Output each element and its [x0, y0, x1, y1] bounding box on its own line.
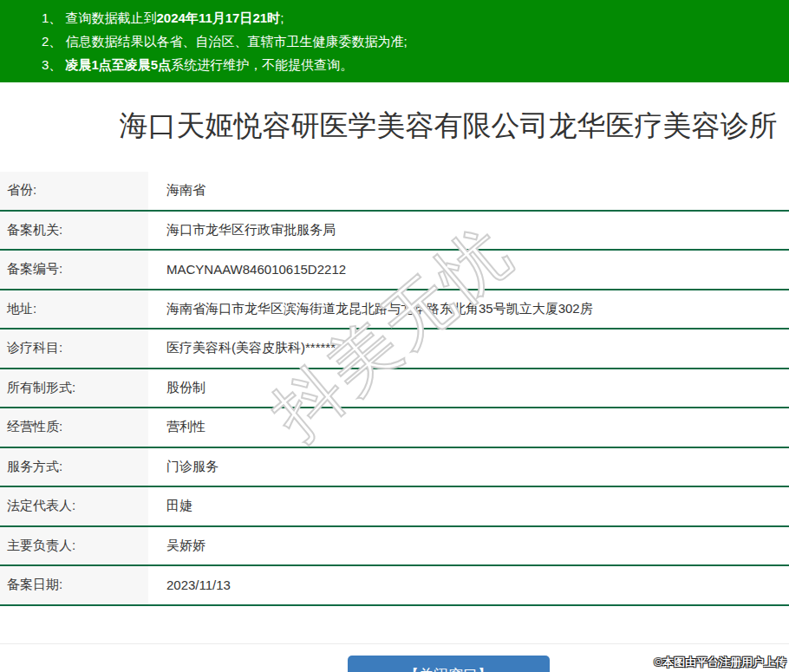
row-value: 海南省海口市龙华区滨海街道龙昆北路与龙华路东北角35号凯立大厦302房 — [148, 301, 789, 317]
notice-1-text: 查询数据截止到 — [66, 10, 157, 25]
row-label: 备案编号: — [0, 251, 148, 289]
footer-divider — [0, 643, 789, 644]
row-label: 所有制形式: — [0, 369, 148, 408]
page-title: 海口天姬悦容研医学美容有限公司龙华医疗美容诊所 — [0, 107, 789, 146]
row-label: 诊疗科目: — [0, 329, 148, 368]
notice-line-1: 1、 查询数据截止到2024年11月17日21时; — [42, 6, 789, 29]
table-row-legal-representative: 法定代表人: 田婕 — [0, 487, 789, 527]
query-result-window: 1、 查询数据截止到2024年11月17日21时; 2、 信息数据结果以各省、自… — [0, 0, 789, 672]
notice-1-post: ; — [280, 10, 284, 25]
row-value: 股份制 — [148, 380, 789, 396]
notice-2-num: 2、 — [42, 34, 62, 49]
row-value: 海南省 — [148, 182, 789, 199]
row-label: 法定代表人: — [0, 487, 148, 525]
table-row-treatment-subjects: 诊疗科目: 医疗美容科(美容皮肤科)****** — [0, 329, 789, 369]
row-value: 营利性 — [148, 419, 789, 435]
table-row-filing-authority: 备案机关: 海口市龙华区行政审批服务局 — [0, 212, 789, 251]
notice-line-3: 3、 凌晨1点至凌晨5点系统进行维护，不能提供查询。 — [42, 53, 789, 76]
notice-2-text: 信息数据结果以各省、自治区、直辖市卫生健康委数据为准; — [66, 34, 408, 49]
table-row-principal: 主要负责人: 吴娇娇 — [0, 527, 789, 567]
table-row-business-nature: 经营性质: 营利性 — [0, 408, 789, 448]
row-value: 海口市龙华区行政审批服务局 — [148, 222, 789, 238]
row-value: 医疗美容科(美容皮肤科)****** — [148, 340, 789, 356]
table-row-province: 省份: 海南省 — [0, 172, 789, 212]
row-label: 备案机关: — [0, 212, 148, 250]
table-row-filing-number: 备案编号: MACYNAAW846010615D2212 — [0, 251, 789, 290]
notice-1-num: 1、 — [42, 10, 62, 25]
row-label: 地址: — [0, 290, 148, 329]
table-row-service-mode: 服务方式: 门诊服务 — [0, 448, 789, 488]
notice-3-bold: 凌晨1点至凌晨5点 — [66, 57, 172, 72]
row-value: 吴娇娇 — [148, 538, 789, 554]
row-label: 省份: — [0, 172, 148, 210]
row-label: 备案日期: — [0, 566, 148, 604]
close-window-button[interactable]: 【关闭窗口】 — [348, 656, 550, 672]
row-label: 服务方式: — [0, 448, 148, 486]
row-label: 经营性质: — [0, 408, 148, 447]
table-row-ownership-form: 所有制形式: 股份制 — [0, 369, 789, 409]
row-value: 田婕 — [148, 498, 789, 514]
row-value: MACYNAAW846010615D2212 — [148, 262, 789, 277]
page-container: 1、 查询数据截止到2024年11月17日21时; 2、 信息数据结果以各省、自… — [0, 0, 789, 672]
table-row-address: 地址: 海南省海口市龙华区滨海街道龙昆北路与龙华路东北角35号凯立大厦302房 — [0, 290, 789, 330]
upload-stamp-watermark: ©本图由平台注册用户上传 — [654, 655, 786, 670]
record-detail-table: 省份: 海南省 备案机关: 海口市龙华区行政审批服务局 备案编号: MACYNA… — [0, 172, 789, 606]
notice-1-bold: 2024年11月17日21时 — [157, 10, 281, 25]
notice-line-2: 2、 信息数据结果以各省、自治区、直辖市卫生健康委数据为准; — [42, 29, 789, 53]
row-value: 门诊服务 — [148, 459, 789, 475]
notice-3-post: 系统进行维护，不能提供查询。 — [171, 57, 353, 72]
row-label: 主要负责人: — [0, 527, 148, 565]
notice-3-num: 3、 — [42, 57, 62, 72]
notice-header: 1、 查询数据截止到2024年11月17日21时; 2、 信息数据结果以各省、自… — [0, 0, 789, 82]
table-row-filing-date: 备案日期: 2023/11/13 — [0, 566, 789, 606]
row-value: 2023/11/13 — [148, 577, 789, 592]
